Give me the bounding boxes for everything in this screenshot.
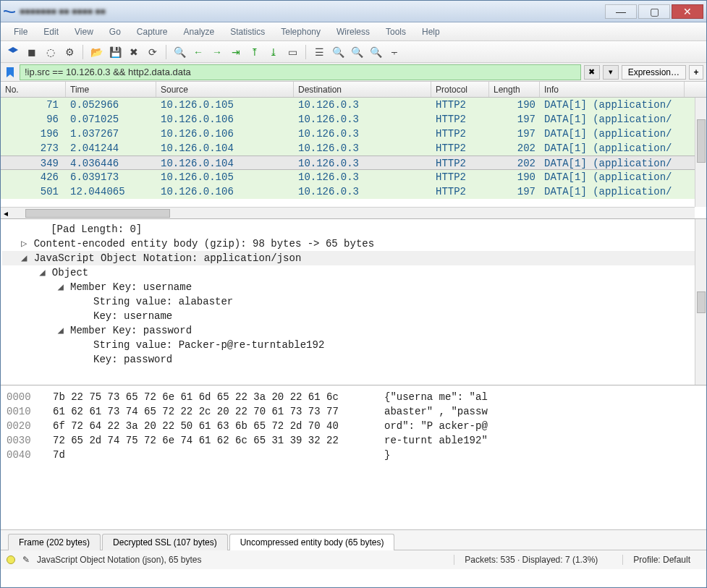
edit-preferences-icon[interactable]: ✎ [22,555,30,565]
menu-file[interactable]: File [7,24,35,40]
detail-password-key[interactable]: Key: password [2,352,705,367]
go-last-icon[interactable]: ⤓ [266,44,281,60]
restart-capture-icon[interactable]: ◌ [43,44,59,60]
filter-bar: ✖ ▾ Expression… + [1,63,706,82]
add-filter-button[interactable]: + [689,65,703,80]
clear-filter-button[interactable]: ✖ [584,65,600,80]
col-length[interactable]: Length [489,82,540,97]
save-file-icon[interactable]: 💾 [107,44,123,60]
packet-list-vscrollbar[interactable] [695,98,706,207]
close-button[interactable]: ✕ [672,4,703,19]
hex-row[interactable]: 00007b 22 75 73 65 72 6e 61 6d 65 22 3a … [7,390,700,404]
packet-row[interactable]: 710.05296610.126.0.10510.126.0.3HTTP2190… [1,98,706,112]
menu-analyze[interactable]: Analyze [177,24,222,40]
menu-wireless[interactable]: Wireless [329,24,377,40]
menu-tools[interactable]: Tools [378,24,413,40]
open-file-icon[interactable]: 📂 [88,44,104,60]
zoom-out-icon[interactable]: 🔍 [349,44,365,60]
stop-capture-icon[interactable]: ◼ [24,44,40,60]
detail-member-password[interactable]: ◢ Member Key: password [2,323,705,338]
capture-options-icon[interactable]: ⚙ [62,44,77,60]
menu-telephony[interactable]: Telephony [274,24,328,40]
menu-help[interactable]: Help [415,24,447,40]
titlebar: ■■■■■■■ ■■ ■■■■ ■■ — ▢ ✕ [1,1,706,22]
packet-list-hscrollbar[interactable]: ◂ [1,207,695,218]
packet-bytes: 00007b 22 75 73 65 72 6e 61 6d 65 22 3a … [1,385,706,530]
expert-info-icon[interactable] [7,555,15,564]
display-filter-input[interactable] [20,64,581,80]
go-first-icon[interactable]: ⤒ [247,44,263,60]
status-packets: Packets: 535 · Displayed: 7 (1.3%) [454,555,608,565]
bytes-tabs: Frame (202 bytes) Decrypted SSL (107 byt… [1,530,706,550]
zoom-in-icon[interactable]: 🔍 [330,44,346,60]
menu-capture[interactable]: Capture [130,24,175,40]
hex-row[interactable]: 001061 62 61 73 74 65 72 22 2c 20 22 70 … [7,404,700,419]
status-profile[interactable]: Profile: Default [622,555,700,565]
hex-row[interactable]: 00407d} [7,448,700,462]
go-back-icon[interactable]: ← [190,44,206,60]
col-destination[interactable]: Destination [294,82,431,97]
minimize-button[interactable]: — [605,4,637,19]
app-icon [4,6,15,17]
tab-uncompressed-body[interactable]: Uncompressed entity body (65 bytes) [229,534,395,550]
packet-row[interactable]: 4266.03917310.126.0.10510.126.0.3HTTP219… [1,170,706,184]
menu-go[interactable]: Go [102,24,128,40]
tab-decrypted-ssl[interactable]: Decrypted SSL (107 bytes) [102,534,228,550]
menu-statistics[interactable]: Statistics [223,24,272,40]
tab-frame[interactable]: Frame (202 bytes) [8,534,101,550]
find-icon[interactable]: 🔍 [172,44,187,60]
col-protocol[interactable]: Protocol [431,82,489,97]
go-to-packet-icon[interactable]: ⇥ [228,44,244,60]
detail-member-username[interactable]: ◢ Member Key: username [2,280,705,294]
maximize-button[interactable]: ▢ [638,4,670,19]
hex-row[interactable]: 00206f 72 64 22 3a 20 22 50 61 63 6b 65 … [7,419,700,433]
auto-scroll-icon[interactable]: ▭ [284,44,300,60]
detail-json[interactable]: ◢ JavaScript Object Notation: applicatio… [2,251,705,265]
packet-list: No. Time Source Destination Protocol Len… [1,82,706,219]
colorize-icon[interactable]: ☰ [311,44,327,60]
bookmark-filter-icon[interactable] [4,66,17,79]
toolbar: ◼ ◌ ⚙ 📂 💾 ✖ ⟳ 🔍 ← → ⇥ ⤒ ⤓ ▭ ☰ 🔍 🔍 🔍 ⫟ [1,41,706,63]
packet-row[interactable]: 960.07102510.126.0.10610.126.0.3HTTP2197… [1,112,706,127]
detail-username-key[interactable]: Key: username [2,309,705,323]
hex-row[interactable]: 003072 65 2d 74 75 72 6e 74 61 62 6c 65 … [7,433,700,448]
detail-password-value[interactable]: String value: Packer-p@re-turntable192 [2,338,705,352]
packet-details: [Pad Length: 0] ▷ Content-encoded entity… [1,219,706,385]
status-text: JavaScript Object Notation (json), 65 by… [37,555,201,565]
apply-filter-button[interactable]: ▾ [603,65,619,80]
packet-list-header: No. Time Source Destination Protocol Len… [1,82,706,98]
col-source[interactable]: Source [156,82,294,97]
menu-edit[interactable]: Edit [36,24,66,40]
detail-gzip[interactable]: ▷ Content-encoded entity body (gzip): 98… [2,237,705,251]
reload-icon[interactable]: ⟳ [145,44,161,60]
packet-row[interactable]: 1961.03726710.126.0.10610.126.0.3HTTP219… [1,127,706,141]
detail-pad[interactable]: [Pad Length: 0] [2,222,705,237]
packet-row[interactable]: 2732.04124410.126.0.10410.126.0.3HTTP220… [1,141,706,155]
expression-button[interactable]: Expression… [622,65,686,80]
detail-username-value[interactable]: String value: alabaster [2,294,705,309]
zoom-reset-icon[interactable]: 🔍 [368,44,384,60]
start-capture-icon[interactable] [5,44,21,60]
menubar: File Edit View Go Capture Analyze Statis… [1,22,706,41]
window-title: ■■■■■■■ ■■ ■■■■ ■■ [20,7,605,17]
col-info[interactable]: Info [540,82,685,97]
statusbar: ✎ JavaScript Object Notation (json), 65 … [1,550,706,569]
col-no[interactable]: No. [1,82,66,97]
details-vscrollbar[interactable] [695,219,706,385]
resize-columns-icon[interactable]: ⫟ [386,44,402,60]
packet-row[interactable]: 50112.04406510.126.0.10610.126.0.3HTTP21… [1,184,706,199]
packet-row[interactable]: 3494.03644610.126.0.10410.126.0.3HTTP220… [1,155,706,170]
col-time[interactable]: Time [66,82,156,97]
close-file-icon[interactable]: ✖ [126,44,142,60]
detail-object[interactable]: ◢ Object [2,265,705,280]
go-forward-icon[interactable]: → [209,44,225,60]
menu-view[interactable]: View [67,24,101,40]
